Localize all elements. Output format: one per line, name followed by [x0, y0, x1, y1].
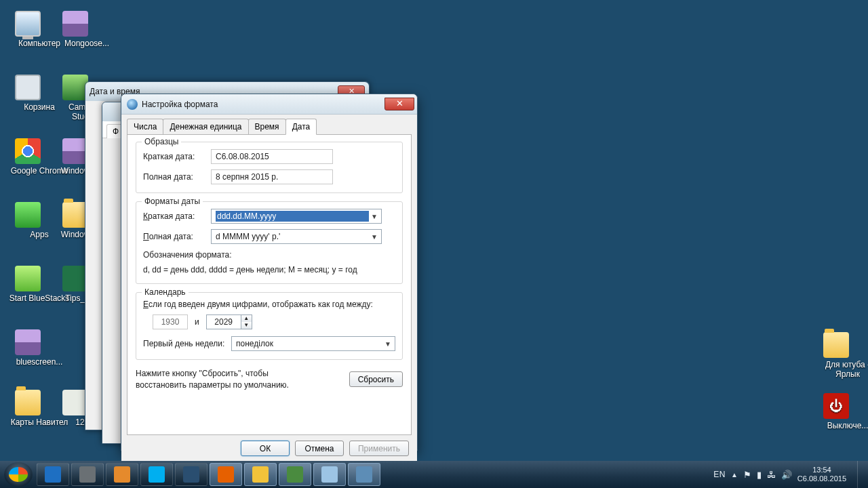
taskbar-item-thunderbird[interactable]	[175, 463, 208, 486]
firefox-icon	[218, 466, 234, 483]
icon-label: Для ютуба - Ярлык	[814, 361, 868, 380]
combo-first-day[interactable]: понеділок ▼	[231, 336, 395, 351]
clock-time: 13:54	[797, 466, 846, 474]
region-icon	[356, 466, 372, 483]
group-samples: Образцы Краткая дата: С6.08.08.2015 Полн…	[136, 142, 403, 193]
taskbar-item-datetime[interactable]	[313, 463, 346, 486]
dialog-titlebar[interactable]: Настройка формата ✕	[121, 94, 417, 115]
combo-value: d MMMM yyyy' р.'	[216, 232, 369, 241]
apply-button[interactable]: Применить	[349, 441, 409, 456]
graph-icon[interactable]: ▮	[757, 470, 762, 480]
tray-overflow-icon[interactable]: ▲	[731, 471, 738, 479]
taskbar-item-ie[interactable]	[37, 463, 69, 486]
desktop-icon-computer[interactable]: Компьютер	[5, 11, 50, 49]
bluescreen-icon	[15, 329, 41, 355]
tab-strip: Числа Денежная единица Время Дата	[121, 115, 417, 134]
year-separator: и	[195, 317, 199, 327]
clock[interactable]: 13:54 С6.08.08.2015	[797, 466, 846, 483]
datetime-icon	[321, 466, 338, 483]
combo-value: ddd.dd.MM.yyyy	[216, 211, 369, 222]
group-legend: Календарь	[142, 287, 189, 297]
start-button[interactable]	[4, 462, 33, 487]
desktop-icon-apps[interactable]: Apps	[5, 202, 50, 240]
recycle-bin-icon	[15, 75, 41, 100]
year-from: 1930	[153, 314, 188, 329]
vbox-icon	[79, 466, 96, 483]
ok-button[interactable]: ОК	[241, 441, 290, 456]
icon-label: Mongoose...	[53, 39, 121, 49]
navitel-icon	[15, 390, 41, 415]
label-short-date: Краткая дата:	[143, 152, 211, 161]
globe-icon	[127, 99, 138, 110]
media-icon	[114, 466, 130, 483]
desktop-icon-mongoose[interactable]: Mongoose...	[53, 11, 98, 49]
two-digit-year-label: Если год введен двумя цифрами, отображат…	[143, 300, 395, 309]
group-legend: Форматы даты	[142, 197, 203, 206]
taskbar-item-vbox[interactable]	[71, 463, 104, 486]
thunderbird-icon	[183, 466, 199, 483]
mongoose-icon	[62, 11, 88, 37]
icon-label: bluescreen...	[5, 358, 73, 367]
desktop-icon-recycle-bin[interactable]: Корзина	[5, 75, 50, 113]
group-calendar: Календарь Если год введен двумя цифрами,…	[136, 292, 403, 360]
flag-icon[interactable]: ⚑	[743, 470, 751, 480]
taskbar-item-media[interactable]	[106, 463, 138, 486]
group-legend: Образцы	[142, 137, 181, 146]
google-chrome-icon	[15, 138, 41, 164]
taskbar-item-camtasia[interactable]	[279, 463, 311, 486]
label-long-date: Полная дата:	[143, 172, 211, 182]
apps-icon	[15, 202, 41, 228]
label-short-format: Краткая дата:	[143, 211, 211, 221]
camtasia-icon	[287, 466, 303, 483]
desktop-icon-shutdown[interactable]: Выключе...	[814, 393, 859, 431]
group-date-formats: Форматы даты Краткая дата: ddd.dd.MM.yyy…	[136, 201, 403, 284]
language-indicator[interactable]: EN	[713, 470, 726, 479]
icon-label: Выключе...	[814, 422, 868, 431]
cancel-button[interactable]: Отмена	[295, 441, 344, 456]
reset-note: Нажмите кнопку "Сбросить", чтобы восстан…	[136, 368, 312, 390]
start-bluestacks-icon	[15, 266, 41, 291]
ie-icon	[45, 466, 61, 483]
show-desktop-button[interactable]	[857, 461, 864, 488]
skype-icon	[149, 466, 165, 483]
desktop-icon-bluescreen[interactable]: bluescreen...	[5, 329, 50, 367]
system-tray: EN ▲ ⚑ ▮ 🖧 🔊 13:54 С6.08.08.2015	[713, 461, 864, 488]
chevron-down-icon: ▼	[382, 340, 393, 348]
clock-date: С6.08.08.2015	[797, 474, 846, 483]
shutdown-icon	[823, 393, 849, 419]
year-to-input[interactable]: 2029	[206, 314, 241, 329]
sample-long-date: 8 серпня 2015 р.	[211, 169, 333, 184]
tab-time[interactable]: Время	[248, 119, 286, 134]
format-hint-text: d, dd = день ddd, dddd = день недели; M …	[143, 264, 395, 275]
reset-button[interactable]: Сбросить	[349, 371, 403, 387]
close-button[interactable]: ✕	[384, 98, 414, 110]
combo-long-date-format[interactable]: d MMMM yyyy' р.' ▼	[211, 229, 382, 244]
spin-down[interactable]: ▼	[241, 322, 252, 329]
combo-value: понеділок	[236, 339, 382, 348]
taskbar: EN ▲ ⚑ ▮ 🖧 🔊 13:54 С6.08.08.2015	[0, 461, 868, 488]
desktop-icon-youtube-folder[interactable]: Для ютуба - Ярлык	[814, 332, 859, 380]
chrome-icon	[252, 466, 269, 483]
volume-icon[interactable]: 🔊	[781, 470, 792, 480]
chevron-down-icon: ▼	[369, 233, 380, 241]
format-hint-title: Обозначения формата:	[143, 249, 395, 260]
tab-numbers[interactable]: Числа	[127, 119, 163, 134]
sample-short-date: С6.08.08.2015	[211, 149, 333, 164]
taskbar-item-skype[interactable]	[140, 463, 173, 486]
taskbar-item-region[interactable]	[348, 463, 380, 486]
label-first-day: Первый день недели:	[143, 339, 231, 348]
window-title	[106, 107, 108, 117]
taskbar-item-chrome[interactable]	[244, 463, 277, 486]
taskbar-item-firefox[interactable]	[210, 463, 242, 486]
chevron-down-icon: ▼	[369, 213, 380, 220]
tab-date[interactable]: Дата	[285, 119, 317, 135]
combo-short-date-format[interactable]: ddd.dd.MM.yyyy ▼	[211, 209, 382, 224]
spin-up[interactable]: ▲	[241, 315, 252, 322]
label-long-format: Полная дата:	[143, 232, 211, 241]
dialog-title: Настройка формата	[142, 100, 218, 109]
network-icon[interactable]: 🖧	[767, 470, 776, 480]
desktop-icon-google-chrome[interactable]: Google Chrome	[5, 138, 50, 176]
desktop-icon-start-bluestacks[interactable]: Start BlueStacks	[5, 266, 50, 304]
desktop-icon-navitel[interactable]: Карты Навител	[5, 390, 50, 428]
tab-currency[interactable]: Денежная единица	[163, 119, 248, 134]
